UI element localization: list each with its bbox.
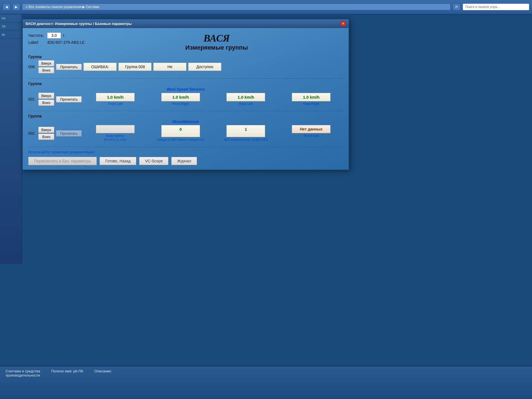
vcscope-button[interactable]: VC-Scope — [139, 157, 168, 165]
dialog-titlebar: ВАСИ диагност: Измеряемые группы / Базов… — [23, 19, 349, 28]
group-001-label: Группа — [28, 81, 343, 86]
close-button[interactable]: ✕ — [340, 21, 346, 26]
journal-button[interactable]: Журнал — [171, 157, 197, 165]
group-002-label3: ABS solenoid Relay J106(1=OK) — [224, 138, 268, 142]
label-row: Label: 4D0-907-379-ABS.LE — [28, 40, 85, 45]
group-002-label: Группа — [28, 114, 343, 118]
dialog-content: Частота: 3.0 I Label: 4D0-907-379-ABS.LE… — [23, 28, 349, 170]
header-right: ВАСЯ Измеряемые группы — [90, 32, 343, 51]
group-001-number: 001 — [28, 97, 37, 101]
status-desc-label: Описание: — [94, 369, 112, 373]
group-002-row: 002 Вверх Вниз Прочитать Brake lightsw. … — [28, 125, 343, 142]
divider-3 — [28, 147, 343, 147]
group-001-down-button[interactable]: Вниз — [38, 99, 54, 106]
done-button[interactable]: Готово, Назад — [99, 157, 136, 165]
group-001-label3: Rear Left — [239, 102, 253, 106]
group-001-up-button[interactable]: Вверх — [38, 93, 54, 99]
group-002-cells: Brake lightsw. (0=OFF) (1=ON) 0 Voltage … — [83, 125, 343, 142]
group-001-value1: 1.0 km/h — [96, 93, 135, 101]
group-002-label4: Not in use — [304, 134, 319, 138]
group-008-read-button[interactable]: Прочитать — [56, 64, 82, 70]
group-008-number: 008 — [28, 65, 37, 69]
group-008-up-button[interactable]: Вверх — [38, 60, 54, 66]
group-002-value4: Нет данных — [292, 125, 331, 133]
sidebar: KK ЗА ар — [0, 14, 22, 264]
group-002-read-button: Прочитать — [56, 130, 82, 137]
group-008-cell1: ОШИБКА: — [83, 63, 117, 71]
group-001-label4: Rear Right — [303, 102, 319, 106]
group-008-cell2: Группа 008 — [118, 63, 152, 71]
group-001-row: 001 Вверх Вниз Прочитать 1.0 km/h Front … — [28, 93, 343, 106]
group-002-label1: Brake lightsw. (0=OFF) (1=ON) — [104, 134, 126, 142]
header-left: Частота: 3.0 I Label: 4D0-907-379-ABS.LE — [28, 32, 85, 46]
group-001-value3: 1.0 km/h — [226, 93, 265, 101]
group-008-cell4: Доступно — [188, 63, 221, 71]
group-001-label2: Front Right — [172, 102, 189, 106]
status-col3: Описание: — [94, 369, 112, 373]
footer-buttons: Переключить в Баз. параметры Готово, Наз… — [28, 157, 343, 165]
status-fullname-value: pb-ПК — [73, 369, 83, 373]
group-008-btn-group: Вверх Вниз — [38, 60, 54, 73]
group-002-down-button[interactable]: Вниз — [38, 134, 54, 140]
group-001-value4: 1.0 km/h — [292, 93, 331, 101]
header-section: Частота: 3.0 I Label: 4D0-907-379-ABS.LE… — [28, 32, 343, 51]
frequency-unit: I — [63, 33, 64, 38]
group-008-section: Группа 008 Вверх Вниз Прочитать ОШИБКА: … — [28, 55, 343, 73]
group-002-value1 — [96, 125, 135, 133]
status-fullname-label: Полное имя: — [51, 369, 72, 373]
group-001-value2: 1.0 km/h — [161, 93, 200, 101]
status-col1: Счетчики и средства производительности — [6, 369, 40, 377]
group-002-btn-group: Вверх Вниз — [38, 127, 54, 140]
group-002-cell2: 0 Voltage to ABS Return Pump(0=OK — [149, 125, 213, 142]
group-008-cell3: Не — [153, 63, 186, 71]
search-input[interactable] — [463, 4, 529, 10]
group-002-cell4: Нет данных Not in use — [279, 125, 343, 142]
divider-2 — [28, 111, 343, 111]
status-col2: Полное имя: pb-ПК — [51, 369, 83, 373]
switch-button: Переключить в Баз. параметры — [28, 157, 97, 165]
group-001-label1: Front Left — [108, 102, 122, 106]
app-title-main: ВАСЯ — [90, 32, 343, 44]
back-button[interactable]: ◀ — [3, 4, 10, 10]
group-001-btn-group: Вверх Вниз — [38, 93, 54, 106]
group-001-cell3: 1.0 km/h Rear Left — [214, 93, 278, 106]
status-col1-line2: производительности — [6, 373, 40, 377]
group-002-value2: 0 — [161, 125, 200, 137]
group-002-cell3: 1 ABS solenoid Relay J106(1=OK) — [214, 125, 278, 142]
group-002-label2: Voltage to ABS Return Pump(0=OK — [157, 138, 204, 142]
group-001-cell1: 1.0 km/h Front Left — [83, 93, 147, 106]
footer-note: Используйте сервисную документацию! — [28, 150, 343, 154]
sidebar-item-2: ЗА — [0, 22, 22, 30]
group-001-cell4: 1.0 km/h Rear Right — [279, 93, 343, 106]
taskbar: ◀ ▶ « Все элементы панели управления ▶ С… — [0, 0, 532, 14]
group-001-cell2: 1.0 km/h Front Right — [149, 93, 213, 106]
refresh-button[interactable]: ⟳ — [453, 4, 461, 10]
group-001-read-button[interactable]: Прочитать — [56, 96, 82, 103]
group-002-subtitle: Miscellaneous — [28, 119, 343, 124]
app-title-sub: Измеряемые группы — [90, 44, 343, 51]
group-008-down-button[interactable]: Вниз — [38, 67, 54, 73]
group-002-value3: 1 — [226, 125, 265, 137]
group-001-subtitle: Weel Speed Sensors — [28, 87, 343, 91]
dialog-title: ВАСИ диагност: Измеряемые группы / Базов… — [25, 22, 132, 26]
main-dialog: ВАСИ диагност: Измеряемые группы / Базов… — [22, 19, 349, 170]
group-002-cell1: Brake lightsw. (0=OFF) (1=ON) — [83, 125, 147, 142]
status-bar: Счетчики и средства производительности П… — [0, 366, 532, 399]
status-col1-line1: Счетчики и средства — [6, 369, 40, 373]
group-002-up-button[interactable]: Вверх — [38, 127, 54, 133]
frequency-label: Частота: — [28, 33, 45, 38]
group-002-number: 002 — [28, 131, 37, 135]
divider-1 — [28, 78, 343, 79]
sidebar-item-3: ар — [0, 30, 22, 39]
forward-button[interactable]: ▶ — [12, 4, 20, 10]
breadcrumb: « Все элементы панели управления ▶ Систе… — [22, 4, 451, 10]
group-008-label: Группа — [28, 55, 343, 59]
group-002-section: Группа Miscellaneous 002 Вверх Вниз Проч… — [28, 114, 343, 142]
group-001-cells: 1.0 km/h Front Left 1.0 km/h Front Right… — [83, 93, 343, 106]
label-label: Label: — [28, 40, 45, 45]
group-008-row: 008 Вверх Вниз Прочитать ОШИБКА: Группа … — [28, 60, 343, 73]
sidebar-item-1: KK — [0, 14, 22, 22]
frequency-input[interactable]: 3.0 — [47, 32, 61, 39]
frequency-row: Частота: 3.0 I — [28, 32, 85, 39]
group-001-section: Группа Weel Speed Sensors 001 Вверх Вниз… — [28, 81, 343, 106]
